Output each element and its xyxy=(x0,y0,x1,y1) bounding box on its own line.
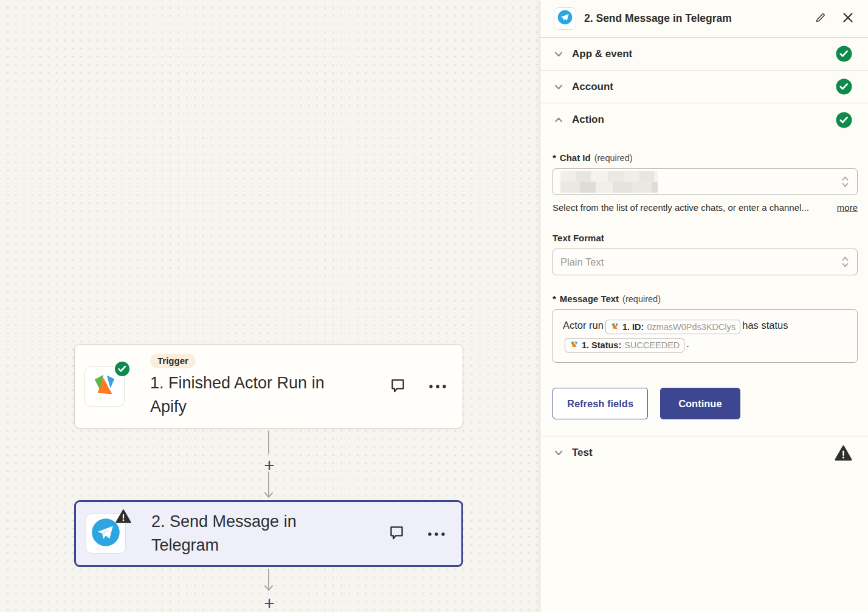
combobox-caret-icon xyxy=(841,255,850,269)
token-label: 1. ID: xyxy=(622,321,644,333)
required-mark: * xyxy=(553,294,556,304)
comment-bubble-icon xyxy=(388,524,405,543)
more-link[interactable]: more xyxy=(837,202,858,213)
add-step-button-bottom[interactable]: + xyxy=(264,594,275,612)
apify-icon xyxy=(570,339,579,351)
step-card-trigger-apify[interactable]: Trigger 1. Finished Actor Run in Apify xyxy=(74,344,463,428)
field-token-id[interactable]: 1. ID:0zmasW0Pds3KDClys xyxy=(605,320,740,334)
section-app-and-event[interactable]: App & event xyxy=(540,38,868,70)
connector-arrow xyxy=(263,569,275,596)
check-circle-icon xyxy=(836,78,852,95)
step-success-badge xyxy=(114,361,130,377)
trigger-badge: Trigger xyxy=(150,354,196,368)
warning-triangle-icon xyxy=(835,445,852,461)
ellipsis-menu-icon xyxy=(427,529,446,538)
section-label: Test xyxy=(572,447,593,459)
chat-id-combobox[interactable] xyxy=(553,168,858,195)
chevron-up-icon xyxy=(554,115,563,125)
action-form: * Chat Id (required) Select from the lis… xyxy=(540,136,868,419)
section-action[interactable]: Action xyxy=(540,103,868,136)
section-test[interactable]: Test xyxy=(540,436,868,469)
telegram-app-tile xyxy=(86,514,126,554)
message-text-prefix: Actor run xyxy=(563,320,604,331)
chat-id-required-note: (required) xyxy=(594,153,633,163)
chevron-down-icon xyxy=(554,82,563,92)
token-label: 1. Status: xyxy=(582,339,621,351)
chat-id-helper-text: Select from the list of recently active … xyxy=(553,202,809,213)
edit-pencil-icon xyxy=(815,12,826,26)
step2-title: 2. Send Message in Telegram xyxy=(151,510,365,557)
telegram-app-tile-small xyxy=(554,7,576,30)
step1-title: 1. Finished Actor Run in Apify xyxy=(150,371,364,419)
chevron-down-icon xyxy=(554,448,563,458)
step-menu-button[interactable] xyxy=(429,382,447,391)
token-value: 0zmasW0Pds3KDClys xyxy=(647,321,735,333)
message-text-middle: has status xyxy=(742,320,788,331)
step-warning-badge xyxy=(115,508,131,524)
continue-button[interactable]: Continue xyxy=(660,388,740,419)
token-value: SUCCEEDED xyxy=(624,339,680,351)
comment-bubble-icon xyxy=(389,377,407,396)
rename-step-button[interactable] xyxy=(815,12,826,26)
apify-icon xyxy=(610,321,619,333)
message-text-suffix: . xyxy=(686,338,689,349)
close-panel-button[interactable] xyxy=(842,12,853,25)
step-settings-panel: 2. Send Message in Telegram xyxy=(540,0,868,612)
apify-app-tile xyxy=(84,366,125,407)
message-text-required-note: (required) xyxy=(622,294,661,304)
panel-title: 2. Send Message in Telegram xyxy=(584,12,815,25)
required-mark: * xyxy=(553,153,556,163)
check-circle-icon xyxy=(836,112,852,128)
refresh-fields-button[interactable]: Refresh fields xyxy=(553,388,648,419)
add-note-button[interactable] xyxy=(389,377,407,396)
combobox-caret-icon xyxy=(841,175,850,188)
chat-id-redacted-value xyxy=(560,171,658,193)
text-format-value: Plain Text xyxy=(560,256,604,268)
message-text-input[interactable]: Actor run1. ID:0zmasW0Pds3KDClyshas stat… xyxy=(553,309,858,363)
chat-id-label: Chat Id xyxy=(560,153,591,163)
add-note-button[interactable] xyxy=(388,524,405,543)
field-token-status[interactable]: 1. Status:SUCCEEDED xyxy=(565,338,684,352)
section-label: App & event xyxy=(572,48,632,60)
panel-header: 2. Send Message in Telegram xyxy=(540,0,868,38)
section-account[interactable]: Account xyxy=(540,70,868,103)
step-card-action-telegram[interactable]: 2. Send Message in Telegram xyxy=(74,500,463,567)
step-menu-button[interactable] xyxy=(427,529,446,538)
text-format-label: Text Format xyxy=(553,233,604,243)
connector-line xyxy=(268,431,269,454)
close-x-icon xyxy=(842,12,853,25)
chevron-down-icon xyxy=(554,49,563,59)
text-format-select[interactable]: Plain Text xyxy=(553,249,858,275)
ellipsis-menu-icon xyxy=(429,382,447,391)
section-label: Account xyxy=(572,81,613,93)
message-text-label: Message Text xyxy=(560,294,619,304)
connector-arrow xyxy=(263,472,275,500)
check-circle-icon xyxy=(836,46,852,62)
workflow-canvas[interactable]: Trigger 1. Finished Actor Run in Apify xyxy=(0,0,540,612)
telegram-icon xyxy=(557,9,573,28)
section-label: Action xyxy=(572,114,604,126)
